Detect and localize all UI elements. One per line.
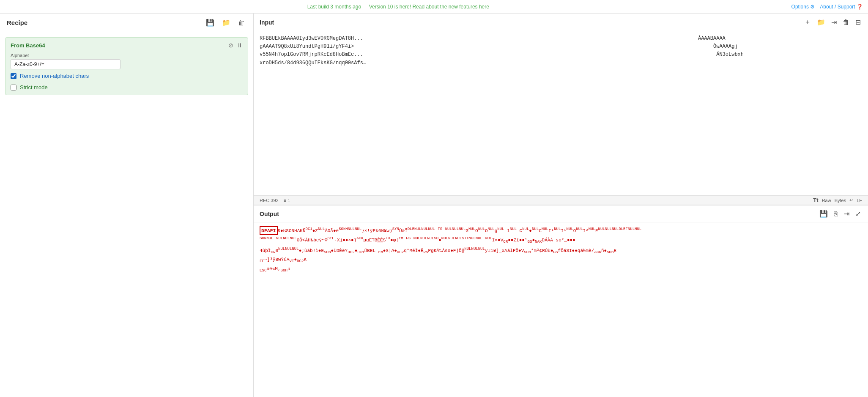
status-left: REC 392 ≡ 1 bbox=[260, 198, 290, 203]
output-save-button[interactable]: 💾 bbox=[818, 209, 829, 219]
rec-count: REC 392 bbox=[260, 198, 279, 203]
strict-mode-row: Strict mode bbox=[11, 84, 243, 90]
alphabet-select-wrapper: A-Za-z0-9+/= bbox=[11, 59, 243, 69]
main-layout: Recipe 💾 📁 🗑 From Base64 ⊘ ⏸ Alphabet bbox=[0, 14, 868, 397]
output-line-3: 4ùþÏCR0NULNULNUL●;ùäb!ì●ESUB●ÙDÈëYDC2●DC… bbox=[260, 246, 862, 256]
pause-op-icon[interactable]: ⏸ bbox=[237, 42, 243, 49]
alphabet-select[interactable]: A-Za-z0-9+/= bbox=[11, 59, 120, 69]
bytes-label[interactable]: Bytes bbox=[835, 198, 846, 203]
about-link[interactable]: About / Support ❓ bbox=[820, 4, 863, 10]
input-text-area[interactable]: RFBBUEkBAAAA0Iyd3wEV0RGMegDAT8H... ÀAAAB… bbox=[254, 31, 868, 195]
output-line-4: FF~]³ÿ8wŸúAVT●DC2K bbox=[260, 256, 862, 265]
recipe-icons: 💾 📁 🗑 bbox=[204, 18, 246, 27]
recipe-panel: Recipe 💾 📁 🗑 From Base64 ⊘ ⏸ Alphabet bbox=[0, 14, 254, 397]
top-bar: Last build 3 months ago — Version 10 is … bbox=[0, 0, 868, 14]
input-plus-button[interactable]: ＋ bbox=[803, 17, 812, 27]
output-paste-in-button[interactable]: ⇥ bbox=[843, 209, 851, 219]
output-line-1: DPAPIÐ●ßSONHAKÑDC1●ZNULÀOÃ●ëSONHNULNUL}×… bbox=[260, 226, 862, 235]
output-line-2: SONNUL NULNULNULOÔ<ÄH‰beÿ~ΦBEL÷Xį●●×●}AC… bbox=[260, 235, 862, 245]
output-section: Output 💾 ⎘ ⇥ ⤢ DPAPIÐ●ßSONHAKÑDC1●ZNULÀO… bbox=[254, 205, 868, 397]
strict-mode-label: Strict mode bbox=[20, 84, 48, 90]
remove-nonalpha-label: Remove non-alphabet chars bbox=[20, 73, 89, 79]
lf-arrow-icon: ↵ bbox=[849, 197, 853, 203]
output-header: Output 💾 ⎘ ⇥ ⤢ bbox=[254, 205, 868, 222]
input-folder-button[interactable]: 📁 bbox=[816, 17, 827, 27]
operation-card: From Base64 ⊘ ⏸ Alphabet A-Za-z0-9+/= bbox=[5, 37, 248, 95]
tt-icon: Tt bbox=[813, 197, 818, 203]
raw-label[interactable]: Raw bbox=[822, 198, 831, 203]
status-right: Tt Raw Bytes ↵ LF bbox=[813, 197, 862, 203]
input-trash-button[interactable]: 🗑 bbox=[841, 17, 851, 27]
input-split-button[interactable]: ⊟ bbox=[854, 17, 862, 27]
operation-title: From Base64 bbox=[11, 42, 45, 49]
recipe-folder-button[interactable]: 📁 bbox=[220, 18, 232, 27]
output-title: Output bbox=[260, 211, 279, 217]
output-line1-after: Ð●ßSONHAKÑDC1●ZNULÀOÃ●ëSONHNULNUL}×!ýFk6… bbox=[278, 228, 642, 233]
output-expand-button[interactable]: ⤢ bbox=[854, 209, 862, 219]
output-copy-button[interactable]: ⎘ bbox=[832, 209, 839, 219]
recipe-header: Recipe 💾 📁 🗑 bbox=[0, 14, 253, 32]
strict-mode-checkbox[interactable] bbox=[11, 85, 16, 90]
input-paste-button[interactable]: ⇥ bbox=[830, 17, 838, 27]
line-count: ≡ 1 bbox=[284, 198, 290, 203]
recipe-trash-button[interactable]: 🗑 bbox=[236, 18, 246, 27]
io-panel: Input ＋ 📁 ⇥ 🗑 ⊟ RFBBUEkBAAAA0Iyd3wEV0RGM… bbox=[254, 14, 868, 397]
output-icons: 💾 ⎘ ⇥ ⤢ bbox=[818, 209, 862, 219]
operation-controls: ⊘ ⏸ bbox=[228, 42, 243, 49]
alphabet-label: Alphabet bbox=[11, 53, 243, 58]
input-title: Input bbox=[260, 19, 274, 26]
recipe-content: From Base64 ⊘ ⏸ Alphabet A-Za-z0-9+/= bbox=[0, 32, 253, 397]
recipe-save-button[interactable]: 💾 bbox=[204, 18, 216, 27]
input-section: Input ＋ 📁 ⇥ 🗑 ⊟ RFBBUEkBAAAA0Iyd3wEV0RGM… bbox=[254, 14, 868, 205]
dpapi-highlight: DPAPI bbox=[260, 226, 278, 235]
recipe-title: Recipe bbox=[7, 19, 27, 26]
alphabet-field-group: Alphabet A-Za-z0-9+/= bbox=[11, 53, 243, 69]
input-statusbar: REC 392 ≡ 1 Tt Raw Bytes ↵ LF bbox=[254, 195, 868, 205]
operation-header: From Base64 ⊘ ⏸ bbox=[11, 42, 243, 49]
remove-nonalpha-row: Remove non-alphabet chars bbox=[11, 73, 243, 79]
input-icons: ＋ 📁 ⇥ 🗑 ⊟ bbox=[803, 17, 862, 27]
output-text-area: DPAPIÐ●ßSONHAKÑDC1●ZNULÀOÃ●ëSONHNULNUL}×… bbox=[254, 222, 868, 397]
options-link[interactable]: Options ⚙ bbox=[791, 4, 815, 10]
remove-nonalpha-checkbox[interactable] bbox=[11, 73, 16, 79]
top-bar-center: Last build 3 months ago — Version 10 is … bbox=[307, 4, 489, 10]
input-header: Input ＋ 📁 ⇥ 🗑 ⊟ bbox=[254, 14, 868, 31]
disable-op-icon[interactable]: ⊘ bbox=[228, 42, 233, 49]
lf-label[interactable]: LF bbox=[857, 198, 862, 203]
output-line-5: ESCùê«M,SOHù bbox=[260, 265, 862, 274]
top-bar-right: Options ⚙ About / Support ❓ bbox=[791, 4, 863, 10]
